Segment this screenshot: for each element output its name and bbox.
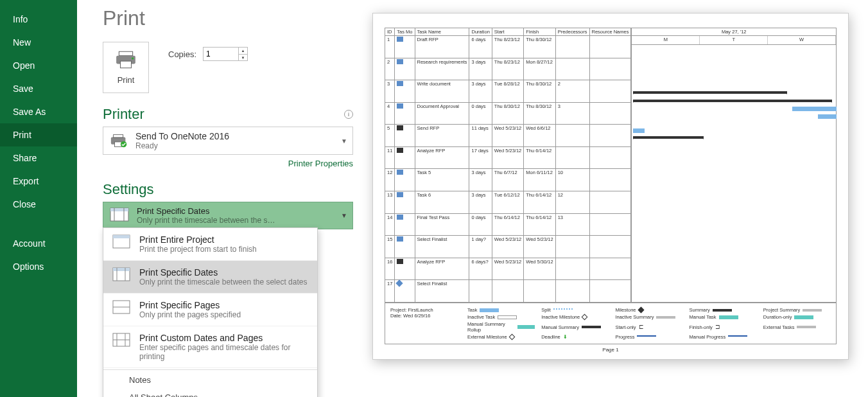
sidebar-item-new[interactable]: New <box>0 31 77 54</box>
project-icon <box>112 234 130 250</box>
legend-item: Project Summary <box>763 307 831 313</box>
svg-rect-13 <box>113 235 130 238</box>
legend-item: Duration-only <box>763 314 831 320</box>
sidebar-item-close[interactable]: Close <box>0 193 77 216</box>
legend-box: Project: FirstLaunch Date: Wed 6/29/16 T… <box>385 303 837 344</box>
page-label: Page 1 <box>385 344 837 353</box>
custom-icon <box>112 333 130 348</box>
project-label: Project: FirstLaunch <box>390 307 448 313</box>
print-preview-page: IDTas MoTask NameDurationStartFinishPred… <box>372 13 849 360</box>
sidebar-item-share[interactable]: Share <box>0 146 77 170</box>
dd-option-custom-dates-pages[interactable]: Print Custom Dates and PagesEnter specif… <box>103 326 317 368</box>
legend-item: Manual Summary Rollup <box>467 321 535 333</box>
backstage-sidebar: Info New Open Save Save As Print Share E… <box>0 0 77 397</box>
copies-down[interactable]: ▼ <box>239 55 247 61</box>
printer-icon <box>110 133 129 148</box>
dd-option-specific-pages[interactable]: Print Specific PagesOnly print the pages… <box>103 294 317 326</box>
printer-status: Ready <box>135 141 229 150</box>
svg-rect-9 <box>110 208 128 211</box>
svg-rect-2 <box>121 61 132 68</box>
gantt-bar <box>792 107 837 111</box>
date-range-icon <box>112 267 130 283</box>
printer-icon <box>115 50 137 71</box>
table-row: 11Analyze RFP17 daysWed 5/23/12Thu 6/14/… <box>385 146 631 169</box>
svg-rect-15 <box>113 268 130 271</box>
dd-option-all-sheet-columns[interactable]: All Sheet Columns <box>103 389 317 397</box>
gantt-bar <box>818 114 837 119</box>
print-button-label: Print <box>117 75 135 85</box>
table-row: 4Document Approval0 daysThu 8/30/12Thu 8… <box>385 102 631 125</box>
dd-option-specific-dates[interactable]: Print Specific DatesOnly print the times… <box>103 261 317 294</box>
pages-icon <box>112 300 130 315</box>
legend-item: Manual Progress <box>690 334 757 340</box>
print-range-selector[interactable]: Print Specific Dates Only print the time… <box>103 202 353 229</box>
legend-item: External Milestone <box>467 334 535 340</box>
gantt-chart: May 27, '12 MTW <box>631 28 837 303</box>
chevron-down-icon: ▼ <box>341 212 347 219</box>
main-area: Print Print Copies: ▲ ▼ Printer i <box>77 0 868 397</box>
legend-item: Manual Summary <box>541 321 609 333</box>
timescale-label: May 27, '12 <box>632 28 836 36</box>
print-range-dropdown: Print Entire ProjectPrint the project fr… <box>103 227 318 397</box>
table-row: 5Send RFP11 daysWed 5/23/12Wed 6/6/12 <box>385 125 631 147</box>
sidebar-item-account[interactable]: Account <box>0 232 77 255</box>
legend-item: Milestone <box>615 307 682 313</box>
date-range-icon <box>110 207 129 224</box>
legend-item: Task <box>467 307 535 313</box>
info-icon[interactable]: i <box>344 110 353 119</box>
copies-spinner: ▲ ▼ <box>239 47 248 61</box>
sidebar-item-export[interactable]: Export <box>0 170 77 193</box>
legend-item: Start-only⊏ <box>615 321 682 333</box>
table-row: 3Write document3 daysTue 8/28/12Thu 8/30… <box>385 80 631 103</box>
table-row: 15Select Finalist1 day?Wed 5/23/12Wed 5/… <box>385 236 631 258</box>
table-row: 14Final Test Pass0 daysThu 6/14/12Thu 6/… <box>385 213 631 236</box>
table-row: 12Task 53 daysThu 6/7/12Mon 6/11/1210 <box>385 169 631 191</box>
chevron-down-icon: ▼ <box>341 137 347 145</box>
print-preview-panel: IDTas MoTask NameDurationStartFinishPred… <box>372 0 868 397</box>
printer-name: Send To OneNote 2016 <box>135 131 229 141</box>
copies-up[interactable]: ▲ <box>239 48 247 55</box>
legend-item: External Tasks <box>763 321 831 333</box>
svg-rect-0 <box>119 51 132 55</box>
sidebar-item-print[interactable]: Print <box>0 123 77 146</box>
sidebar-item-save-as[interactable]: Save As <box>0 100 77 123</box>
legend-item: Deadline⬇ <box>541 334 609 340</box>
date-label: Date: Wed 6/29/16 <box>390 313 448 319</box>
settings-section-header: Settings <box>103 181 154 198</box>
svg-point-3 <box>132 57 134 59</box>
page-title: Print <box>103 6 353 30</box>
legend-item: Inactive Summary <box>615 314 682 320</box>
sidebar-item-save[interactable]: Save <box>0 77 77 100</box>
legend-item: Inactive Milestone <box>541 314 609 320</box>
printer-section-header: Printer <box>103 106 144 123</box>
gantt-bar <box>633 100 832 102</box>
gantt-bar <box>633 128 645 133</box>
table-row: 16Analyze RFP6 days?Wed 5/23/12Wed 5/30/… <box>385 258 631 280</box>
copies-input[interactable] <box>203 47 239 61</box>
print-button[interactable]: Print <box>103 42 149 93</box>
sidebar-item-info[interactable]: Info <box>0 8 77 31</box>
legend-item: Progress <box>615 334 682 340</box>
print-settings-panel: Print Print Copies: ▲ ▼ Printer i <box>77 0 372 397</box>
table-row: 13Task 63 daysTue 6/12/12Thu 6/14/1212 <box>385 191 631 214</box>
legend-item: Split <box>541 307 609 313</box>
sidebar-item-options[interactable]: Options <box>0 255 77 278</box>
table-row: 1Draft RFP6 daysThu 8/23/12Thu 8/30/12 <box>385 36 631 58</box>
setting-selected-sub: Only print the timescale between the sel… <box>137 216 278 225</box>
setting-selected-label: Print Specific Dates <box>137 206 278 216</box>
printer-selector[interactable]: Send To OneNote 2016 Ready ▼ <box>103 127 353 155</box>
sidebar-item-open[interactable]: Open <box>0 54 77 77</box>
legend-item: Manual Task <box>690 314 757 320</box>
gantt-bar <box>633 136 704 139</box>
task-table: IDTas MoTask NameDurationStartFinishPred… <box>385 28 631 303</box>
legend-item: Summary <box>690 307 757 313</box>
table-row: 17Select Finalist <box>385 280 631 303</box>
table-row: 2Research requirements3 daysThu 8/23/12M… <box>385 58 631 80</box>
dd-option-entire-project[interactable]: Print Entire ProjectPrint the project fr… <box>103 228 317 261</box>
copies-label: Copies: <box>168 49 196 59</box>
legend-item: Inactive Task <box>467 314 535 320</box>
printer-properties-link[interactable]: Printer Properties <box>288 159 353 168</box>
dd-option-notes[interactable]: Notes <box>103 371 317 389</box>
legend-item: Finish-only⊐ <box>690 321 757 333</box>
gantt-bar <box>633 91 787 94</box>
